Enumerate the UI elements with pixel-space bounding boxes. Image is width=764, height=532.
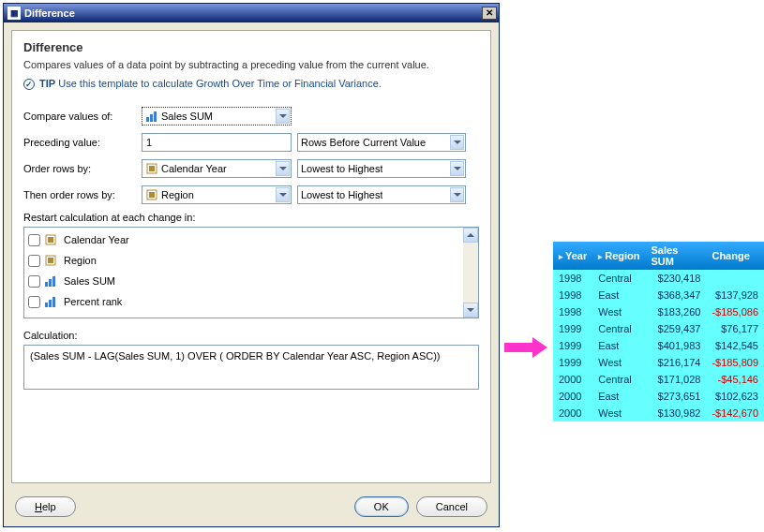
col-sales[interactable]: Sales SUM bbox=[646, 242, 707, 270]
order-combo[interactable]: Calendar Year bbox=[142, 159, 292, 178]
chevron-down-icon bbox=[450, 187, 464, 202]
svg-rect-16 bbox=[52, 297, 55, 307]
col-year[interactable]: ▸Year bbox=[553, 242, 592, 270]
then-value: Region bbox=[161, 189, 194, 200]
tip-label: TIP bbox=[39, 78, 55, 89]
order-label: Order rows by: bbox=[23, 163, 136, 174]
measure-icon bbox=[145, 110, 158, 123]
svg-rect-12 bbox=[49, 279, 52, 287]
list-item[interactable]: Sales SUM bbox=[28, 271, 459, 291]
compare-combo[interactable]: Sales SUM bbox=[142, 107, 292, 126]
then-combo[interactable]: Region bbox=[142, 185, 292, 204]
table-row: 1999Central$259,437$76,177 bbox=[553, 320, 764, 337]
arrow-icon bbox=[504, 337, 551, 358]
svg-rect-2 bbox=[154, 111, 157, 122]
app-icon: ▦ bbox=[7, 7, 21, 20]
list-item-label: Region bbox=[64, 255, 97, 266]
cell-year: 2000 bbox=[553, 405, 592, 421]
cell-year: 1999 bbox=[553, 320, 592, 337]
tip-row: ✓ TIP Use this template to calculate Gro… bbox=[23, 78, 479, 90]
cell-sales: $259,437 bbox=[646, 320, 707, 337]
order-dir-value: Lowest to Highest bbox=[301, 163, 382, 174]
table-row: 1999East$401,983$142,545 bbox=[553, 337, 764, 354]
table-row: 2000West$130,982-$142,670 bbox=[553, 405, 764, 421]
preceding-input[interactable] bbox=[142, 133, 292, 152]
then-label: Then order rows by: bbox=[23, 189, 136, 200]
list-item[interactable]: Region bbox=[28, 250, 459, 271]
cell-sales: $216,174 bbox=[646, 354, 707, 371]
col-change[interactable]: Change bbox=[706, 242, 764, 270]
table-row: 1998Central$230,418 bbox=[553, 270, 764, 287]
table-body: 1998Central$230,4181998East$368,347$137,… bbox=[553, 270, 764, 421]
sort-icon: ▸ bbox=[559, 252, 563, 261]
cell-sales: $183,260 bbox=[646, 303, 707, 320]
restart-check-calendar-year[interactable] bbox=[28, 234, 40, 246]
svg-rect-15 bbox=[49, 300, 52, 307]
chevron-down-icon bbox=[450, 135, 464, 150]
chevron-down-icon bbox=[276, 187, 290, 202]
dimension-icon bbox=[145, 188, 158, 201]
cell-sales: $273,651 bbox=[646, 388, 707, 405]
list-item-label: Sales SUM bbox=[64, 275, 115, 287]
cell-change: $76,177 bbox=[706, 320, 764, 337]
svg-rect-1 bbox=[150, 114, 153, 122]
restart-label: Restart calculation at each change in: bbox=[23, 212, 479, 223]
cell-region: East bbox=[592, 388, 645, 405]
preceding-mode-value: Rows Before Current Value bbox=[301, 137, 426, 148]
list-item[interactable]: Calendar Year bbox=[28, 229, 459, 250]
cell-region: East bbox=[592, 337, 645, 354]
cell-region: East bbox=[592, 287, 645, 303]
close-button[interactable]: ✕ bbox=[482, 7, 497, 20]
then-dir-value: Lowest to Highest bbox=[301, 189, 382, 200]
restart-listbox[interactable]: Calendar Year Region Sales SUM Percent r… bbox=[23, 227, 479, 318]
list-item[interactable]: Percent rank bbox=[28, 291, 459, 312]
cell-region: West bbox=[592, 354, 645, 371]
order-value: Calendar Year bbox=[161, 163, 227, 174]
restart-check-region[interactable] bbox=[28, 255, 40, 267]
preceding-mode-combo[interactable]: Rows Before Current Value bbox=[297, 133, 466, 152]
cell-change: $137,928 bbox=[706, 287, 764, 303]
ok-button[interactable]: OK bbox=[354, 496, 409, 517]
dimension-icon bbox=[145, 162, 158, 175]
scrollbar[interactable] bbox=[463, 228, 478, 318]
calculation-box[interactable]: (Sales SUM - LAG(Sales SUM, 1) OVER ( OR… bbox=[23, 345, 479, 390]
svg-rect-10 bbox=[48, 258, 53, 263]
table-row: 1998West$183,260-$185,086 bbox=[553, 303, 764, 320]
col-region[interactable]: ▸Region bbox=[592, 242, 645, 270]
compare-value: Sales SUM bbox=[161, 111, 213, 122]
restart-check-percent-rank[interactable] bbox=[28, 296, 40, 308]
help-button[interactable]: Help bbox=[15, 496, 76, 517]
order-dir-combo[interactable]: Lowest to Highest bbox=[297, 159, 466, 178]
svg-rect-13 bbox=[52, 276, 55, 287]
scroll-down-button[interactable] bbox=[463, 303, 478, 318]
difference-dialog: ▦ Difference ✕ Difference Compares value… bbox=[3, 3, 500, 527]
dimension-icon bbox=[44, 233, 57, 246]
chevron-down-icon bbox=[276, 109, 290, 124]
titlebar: ▦ Difference ✕ bbox=[4, 4, 499, 22]
cell-change: -$185,086 bbox=[706, 303, 764, 320]
cell-year: 2000 bbox=[553, 388, 592, 405]
svg-rect-4 bbox=[149, 166, 155, 171]
cell-region: Central bbox=[592, 371, 645, 388]
cell-year: 1999 bbox=[553, 337, 592, 354]
tip-icon: ✓ bbox=[23, 79, 35, 90]
button-row: Help OK Cancel bbox=[4, 491, 499, 526]
cancel-button[interactable]: Cancel bbox=[416, 496, 487, 517]
svg-rect-14 bbox=[45, 303, 48, 307]
panel-heading: Difference bbox=[23, 40, 479, 54]
then-dir-combo[interactable]: Lowest to Highest bbox=[297, 185, 466, 204]
cell-year: 1998 bbox=[553, 270, 592, 287]
compare-label: Compare values of: bbox=[23, 111, 136, 122]
cell-change: $142,545 bbox=[706, 337, 764, 354]
list-item-label: Percent rank bbox=[64, 296, 122, 307]
chevron-down-icon bbox=[276, 161, 290, 176]
restart-check-sales-sum[interactable] bbox=[28, 275, 40, 288]
scroll-up-button[interactable] bbox=[463, 228, 478, 243]
cell-sales: $171,028 bbox=[646, 371, 707, 388]
cell-sales: $130,982 bbox=[646, 405, 707, 421]
cell-region: Central bbox=[592, 270, 645, 287]
panel-description: Compares values of a data point by subtr… bbox=[23, 58, 479, 72]
scroll-track[interactable] bbox=[463, 243, 478, 303]
measure-icon bbox=[44, 274, 57, 288]
dialog-content: Difference Compares values of a data poi… bbox=[11, 30, 491, 483]
